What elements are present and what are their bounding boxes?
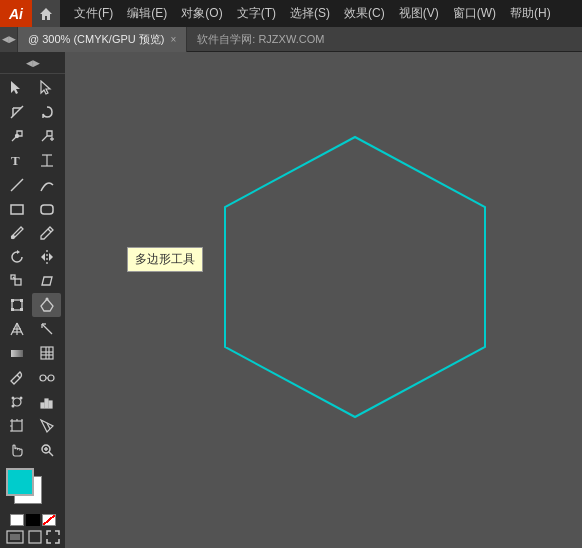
menu-select[interactable]: 选择(S) — [284, 0, 336, 27]
none-swatch[interactable] — [10, 514, 24, 526]
menu-effect[interactable]: 效果(C) — [338, 0, 391, 27]
svg-rect-30 — [20, 308, 23, 311]
svg-line-3 — [11, 112, 17, 118]
tab-label: @ 300% (CMYK/GPU 预览) — [28, 32, 164, 47]
svg-rect-23 — [15, 279, 21, 285]
menu-text[interactable]: 文字(T) — [231, 0, 282, 27]
tab-document[interactable]: @ 300% (CMYK/GPU 预览) × — [18, 27, 187, 52]
menu-help[interactable]: 帮助(H) — [504, 0, 557, 27]
tool-direct-selection[interactable] — [32, 76, 61, 100]
tool-line-segment[interactable] — [2, 173, 31, 197]
menu-bar: 文件(F) 编辑(E) 对象(O) 文字(T) 选择(S) 效果(C) 视图(V… — [60, 0, 582, 27]
svg-point-17 — [11, 235, 14, 238]
svg-rect-58 — [12, 421, 22, 431]
svg-marker-73 — [225, 137, 485, 417]
svg-rect-72 — [29, 531, 41, 543]
tool-shape-builder[interactable] — [32, 293, 61, 317]
tool-lasso[interactable] — [32, 100, 61, 124]
svg-point-53 — [19, 396, 22, 399]
tool-artboard[interactable] — [2, 414, 31, 438]
svg-point-49 — [48, 375, 54, 381]
tool-gradient[interactable] — [2, 341, 31, 365]
svg-point-54 — [11, 404, 14, 407]
tool-type[interactable]: T — [2, 148, 31, 172]
svg-marker-21 — [41, 253, 45, 261]
tool-selection[interactable] — [2, 76, 31, 100]
tool-symbol-sprayer[interactable] — [2, 390, 31, 414]
svg-point-32 — [45, 298, 48, 301]
tool-shear[interactable] — [32, 269, 61, 293]
tool-zoom[interactable] — [32, 438, 61, 462]
home-button[interactable] — [32, 0, 60, 27]
tool-eyedropper[interactable] — [2, 366, 31, 390]
svg-rect-16 — [41, 205, 53, 214]
tool-perspective-grid[interactable] — [2, 317, 31, 341]
main-layout: ◀▶ — [0, 52, 582, 548]
tool-magic-wand[interactable] — [2, 100, 31, 124]
svg-rect-42 — [41, 347, 53, 359]
collapse-icon: ◀▶ — [2, 34, 16, 44]
tool-free-transform[interactable] — [2, 293, 31, 317]
black-swatch[interactable] — [26, 514, 40, 526]
screen-mode-icon[interactable] — [6, 530, 24, 544]
tool-arc[interactable] — [32, 173, 61, 197]
svg-rect-29 — [11, 308, 14, 311]
canvas-area[interactable]: 多边形工具 — [65, 52, 582, 548]
tab-site-text: 软件自学网: RJZXW.COM — [187, 32, 324, 47]
menu-object[interactable]: 对象(O) — [175, 0, 228, 27]
tool-add-anchor[interactable] — [32, 124, 61, 148]
svg-rect-56 — [45, 399, 48, 408]
svg-rect-57 — [49, 401, 52, 408]
svg-line-18 — [48, 229, 51, 232]
tool-rectangle[interactable] — [2, 197, 31, 221]
tab-bar: ◀▶ @ 300% (CMYK/GPU 预览) × 软件自学网: RJZXW.C… — [0, 27, 582, 52]
tool-slice[interactable] — [32, 414, 61, 438]
svg-line-47 — [17, 375, 20, 378]
tool-rotate[interactable] — [2, 245, 31, 269]
svg-marker-19 — [17, 250, 20, 254]
svg-point-48 — [40, 375, 46, 381]
tool-scale[interactable] — [2, 269, 31, 293]
svg-rect-71 — [10, 534, 20, 540]
foreground-color-swatch[interactable] — [6, 468, 34, 496]
svg-line-67 — [49, 452, 53, 456]
svg-text:T: T — [11, 153, 20, 168]
full-screen-mode[interactable] — [46, 530, 60, 544]
tool-rounded-rect[interactable] — [32, 197, 61, 221]
svg-marker-1 — [11, 81, 20, 94]
tab-close-button[interactable]: × — [170, 34, 176, 45]
svg-point-7 — [15, 135, 18, 138]
no-color-swatch[interactable] — [42, 514, 56, 526]
tab-collapse-button[interactable]: ◀▶ — [0, 27, 18, 52]
svg-marker-22 — [49, 253, 53, 261]
svg-marker-31 — [41, 299, 53, 311]
tool-blend[interactable] — [32, 366, 61, 390]
tool-pencil[interactable] — [32, 221, 61, 245]
svg-marker-2 — [41, 81, 50, 94]
svg-line-4 — [17, 106, 23, 112]
tool-mesh[interactable] — [32, 341, 61, 365]
change-screen-mode[interactable] — [28, 530, 42, 544]
svg-line-14 — [11, 179, 23, 191]
tool-area-type[interactable] — [32, 148, 61, 172]
menu-view[interactable]: 视图(V) — [393, 0, 445, 27]
tool-column-graph[interactable] — [32, 390, 61, 414]
svg-rect-27 — [11, 299, 14, 302]
tool-reflect[interactable] — [32, 245, 61, 269]
menu-window[interactable]: 窗口(W) — [447, 0, 502, 27]
tool-measure[interactable] — [32, 317, 61, 341]
svg-rect-15 — [11, 205, 23, 214]
toolbar-collapse[interactable]: ◀▶ — [0, 52, 65, 74]
title-bar: Ai 文件(F) 编辑(E) 对象(O) 文字(T) 选择(S) 效果(C) 视… — [0, 0, 582, 27]
tool-pen[interactable] — [2, 124, 31, 148]
toolbar-collapse-icon: ◀▶ — [26, 58, 40, 68]
menu-edit[interactable]: 编辑(E) — [121, 0, 173, 27]
canvas-svg — [65, 52, 582, 548]
color-swatches — [6, 468, 60, 512]
svg-rect-55 — [41, 403, 44, 408]
color-mode-row — [4, 514, 61, 526]
tool-hand[interactable] — [2, 438, 31, 462]
menu-file[interactable]: 文件(F) — [68, 0, 119, 27]
svg-marker-0 — [40, 8, 52, 20]
tool-paintbrush[interactable] — [2, 221, 31, 245]
